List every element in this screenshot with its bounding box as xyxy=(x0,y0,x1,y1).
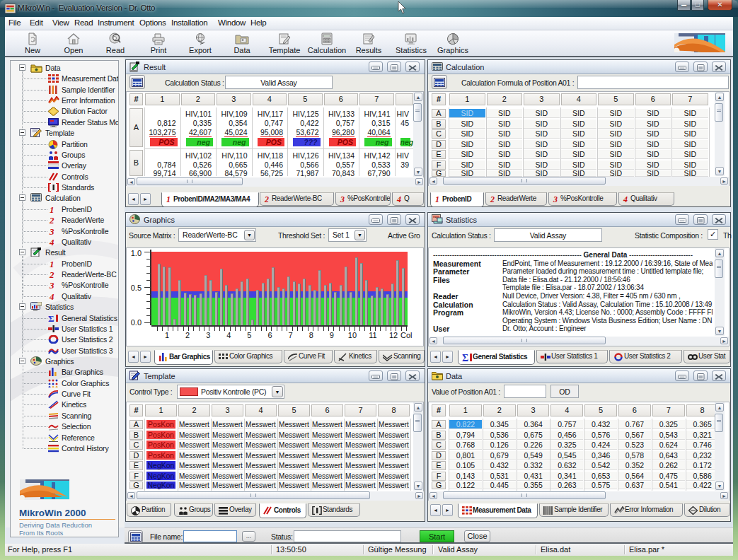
svg-text:Σ: Σ xyxy=(462,353,468,362)
svg-text:Σ: Σ xyxy=(48,314,54,322)
